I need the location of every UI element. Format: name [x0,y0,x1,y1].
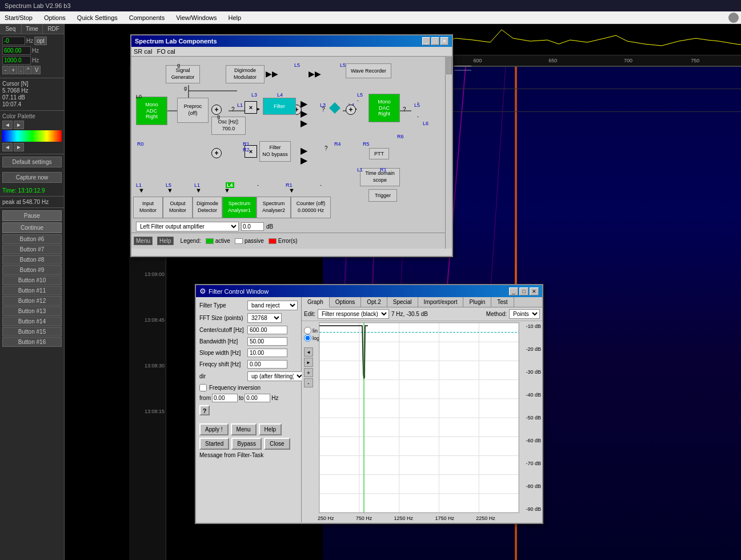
filter-graph-canvas[interactable] [319,322,519,513]
sl-maximize-btn[interactable]: □ [431,37,439,45]
btn-8[interactable]: Button #8 [2,255,62,265]
freq-input-2[interactable] [2,46,31,55]
y-minus10: -10 dB [519,323,542,329]
apply-btn[interactable]: Apply ! [199,423,229,435]
btn-14[interactable]: Button #14 [2,317,62,326]
bandwidth-input[interactable] [247,337,287,346]
filter-box[interactable]: Filter [263,98,296,115]
zoom-out[interactable]: - [304,378,313,387]
tab-rdf[interactable]: RDF [43,24,64,34]
sl-scrollbar-thumb[interactable] [446,57,452,74]
method-select[interactable]: Points Lines [509,309,540,319]
filter-output-dropdown[interactable]: Left Filter output amplifier [136,222,239,231]
menu-view-windows[interactable]: View/Windows [174,13,219,22]
bypass-btn[interactable]: Bypass [231,438,262,450]
btn-13[interactable]: Button #13 [2,306,62,316]
freq-btn-plus[interactable]: + [9,66,17,74]
spectrum-analyser2-box[interactable]: SpectrumAnalyser2 [257,197,291,218]
trigger-box[interactable]: Trigger [369,189,397,202]
sl-menu-btn[interactable]: Menu [134,237,153,245]
tab-seq[interactable]: Seq [0,24,22,34]
btn-11[interactable]: Button #11 [2,286,62,295]
tab-test[interactable]: Test [491,297,514,307]
output-monitor-box[interactable]: OutputMonitor [163,197,193,218]
menu-components[interactable]: Components [127,13,167,22]
ts-6: 13:08:45 [145,317,165,323]
palette-left-btn[interactable]: ◄ [2,121,13,129]
freqcy-shift-input[interactable] [247,360,287,369]
palette-right-btn[interactable]: ► [14,121,24,129]
btn-6[interactable]: Button #6 [2,234,62,244]
btn-9[interactable]: Button #9 [2,265,62,275]
btn-10[interactable]: Button #10 [2,275,62,285]
filter-minimize-btn[interactable]: _ [509,287,518,295]
menu-help[interactable]: Help [226,13,243,22]
fft-size-select[interactable]: 32768 16384 8192 [247,313,282,323]
freq-input-1[interactable] [2,37,25,45]
zoom-in[interactable]: + [304,368,313,377]
zoom-scroll-left[interactable]: ◄ [304,347,313,357]
freq-btn-dot[interactable]: . [18,66,24,74]
close-btn[interactable]: Close [264,438,290,450]
spectrum-analyser1-box[interactable]: SpectrumAnalyser1 [222,197,257,218]
pause-btn[interactable]: Pause [2,210,62,221]
freq-btn-minus[interactable]: - [2,66,9,74]
capture-now-btn[interactable]: Capture now [2,172,62,183]
started-btn[interactable]: Started [199,438,229,450]
slope-width-input[interactable] [247,349,287,357]
freq-unit-2: Hz [32,47,39,54]
tab-opt2[interactable]: Opt.2 [361,297,387,307]
freq-btn-caret[interactable]: ^ [25,66,32,74]
palette-ctrl-2[interactable]: ► [14,143,24,151]
sl-menu-fo-cal[interactable]: FO cal [157,48,175,55]
zoom-scroll-right[interactable]: ► [304,358,313,367]
menu-quick-settings[interactable]: Quick Settings [75,13,120,22]
filter-close-btn[interactable]: ✕ [530,287,539,295]
center-cutoff-input[interactable] [247,326,287,334]
default-settings-btn[interactable]: Default settings [2,157,62,167]
btn-7[interactable]: Button #7 [2,245,62,254]
edit-dropdown[interactable]: Filter response (black) [318,309,389,319]
tab-time[interactable]: Time [22,24,43,34]
continue-btn[interactable]: Continue [2,222,62,233]
opt-button[interactable]: opt [34,37,47,45]
freq-inversion-checkbox[interactable] [199,384,207,391]
tab-special[interactable]: Special [387,297,418,307]
radio-log[interactable] [304,334,311,342]
sl-menu-sr-cal[interactable]: SR cal [134,48,152,55]
from-label: from [199,395,211,401]
signal-gen-box[interactable]: SignalGenerator [166,65,200,83]
filter-maximize-btn[interactable]: □ [519,287,528,295]
sl-minimize-btn[interactable]: _ [422,37,430,45]
from-input[interactable] [212,394,238,402]
sl-close-btn[interactable]: ✕ [440,37,448,45]
tab-graph[interactable]: Graph [302,297,330,307]
sl-scrollbar[interactable] [445,57,452,249]
wave-recorder-box[interactable]: Wave Recorder [346,63,391,78]
digimode-mod-box[interactable]: DigimodeModulator [226,65,265,83]
freq-btn-v[interactable]: V [33,66,41,74]
menu-options[interactable]: Options [42,13,68,22]
palette-ctrl-1[interactable]: ◄ [2,143,13,151]
help-icon-btn[interactable]: ? [199,405,210,415]
btn-15[interactable]: Button #15 [2,327,62,337]
filter-type-select[interactable]: band reject band pass low pass high pass [247,301,298,310]
radio-lin[interactable] [304,327,311,334]
input-monitor-box[interactable]: InputMonitor [133,197,163,218]
db-input[interactable] [241,222,264,231]
tab-import-export[interactable]: Import/export [418,297,464,307]
tab-options[interactable]: Options [330,297,361,307]
sl-help-btn[interactable]: Help [157,237,174,245]
filter-menu-btn[interactable]: Menu [231,423,257,435]
btn-12[interactable]: Button #12 [2,296,62,306]
tab-plugin[interactable]: Plugin [463,297,491,307]
to-input[interactable] [245,394,270,402]
counter-box[interactable]: Counter (off)0.00000 Hz [291,197,331,218]
direction-select[interactable]: up (after filtering) down (after filteri… [247,371,305,381]
btn-16[interactable]: Button #16 [2,337,62,347]
dash-1: - [357,98,359,103]
digimode-detector-box[interactable]: DigimodeDetector [193,197,222,218]
menu-start-stop[interactable]: Start/Stop [2,13,35,22]
filter-help-btn[interactable]: Help [259,423,282,435]
freq-input-3[interactable] [2,56,31,65]
